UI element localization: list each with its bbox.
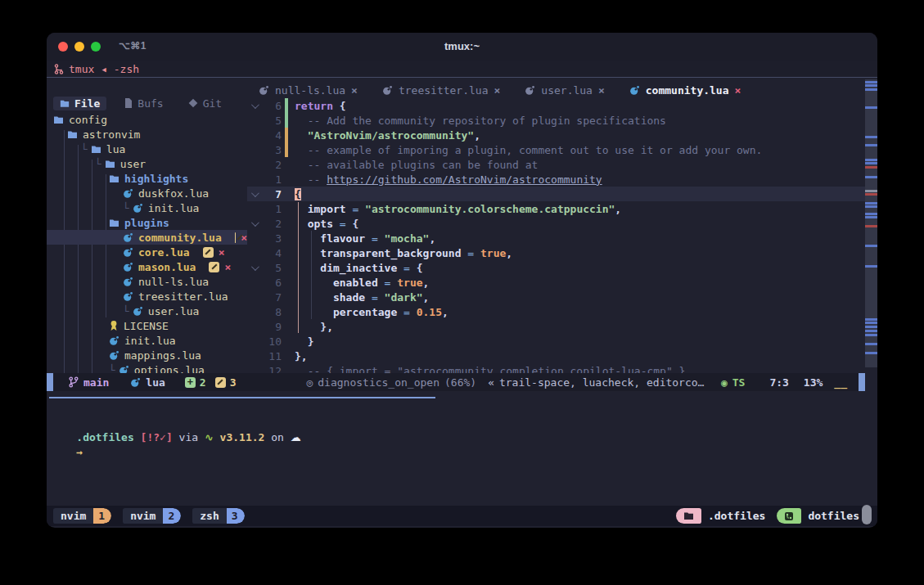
code-line[interactable]: 3 flavour = "mocha", — [247, 231, 865, 245]
code-text: shade = "dark", — [288, 291, 429, 304]
line-number: 8 — [260, 306, 282, 318]
tree-item-label: core.lua — [138, 246, 190, 259]
code-line[interactable]: 4 transparent_background = true, — [247, 245, 865, 260]
code-line[interactable]: 1 -- https://github.com/AstroNvim/astroc… — [247, 172, 865, 187]
tree-item-label: mason.lua — [138, 261, 196, 273]
close-buffer-icon[interactable]: × — [735, 84, 741, 97]
session-path: .dotfiles — [708, 510, 765, 522]
terminal-tab-bar[interactable]: tmux ◂ -zsh — [47, 61, 877, 78]
buffer-tab-community.lua[interactable]: community.lua× — [629, 84, 741, 97]
tree-item-mason.lua[interactable]: mason.lua× — [47, 259, 247, 274]
close-buffer-icon[interactable]: × — [351, 84, 358, 97]
folder-icon — [676, 508, 701, 524]
formatter-icon: « — [488, 376, 494, 389]
code-line[interactable]: 7{ — [247, 187, 865, 201]
fold-chevron-icon[interactable] — [250, 101, 259, 109]
tree-item-config[interactable]: config — [47, 112, 247, 127]
formatters-list: trail-space, luacheck, editorco… — [499, 376, 704, 389]
close-buffer-icon[interactable]: × — [494, 84, 501, 97]
cloud-icon: ☁ — [291, 431, 301, 443]
fold-chevron-icon[interactable] — [250, 263, 259, 271]
tree-item-community.lua[interactable]: community.lua× — [47, 230, 247, 245]
tmux-window-nvim-1[interactable]: nvim1 — [53, 508, 111, 524]
folder-icon — [67, 130, 78, 139]
tab-bufs[interactable]: Bufs — [118, 97, 169, 110]
code-text: { — [288, 188, 301, 200]
code-line[interactable]: 11}, — [247, 349, 865, 363]
diagnostic-close-icon[interactable]: × — [219, 246, 225, 259]
buffer-tab-null-ls.lua[interactable]: null-ls.lua× — [259, 84, 358, 97]
treesitter-label: TS — [732, 376, 746, 389]
scrollbar-mark — [865, 343, 877, 345]
file-explorer: File Bufs Git configastronvim└lua└userhi… — [47, 95, 247, 380]
tmux-pane-border[interactable] — [49, 397, 435, 398]
tree-item-user[interactable]: └user — [47, 156, 247, 171]
fold-column[interactable] — [247, 103, 260, 109]
git-added-icon: + — [185, 377, 196, 388]
tab-git[interactable]: Git — [182, 97, 228, 110]
tree-item-mappings.lua[interactable]: mappings.lua — [47, 348, 247, 362]
lsp-progress: (66%) — [444, 376, 476, 389]
tree-item-init.lua[interactable]: init.lua — [47, 333, 247, 348]
tab-file[interactable]: File — [53, 97, 106, 110]
tree-item-null-ls.lua[interactable]: null-ls.lua — [47, 274, 247, 289]
tree-item-label: highlights — [124, 173, 188, 185]
code-text: -- available plugins can be found at — [288, 159, 538, 171]
tree-item-label: mappings.lua — [124, 349, 201, 362]
line-number: 3 — [260, 232, 282, 245]
tree-item-init.lua[interactable]: └init.lua — [47, 200, 247, 215]
fold-chevron-icon[interactable] — [250, 189, 259, 197]
lua-file-icon — [123, 277, 133, 287]
diagnostic-close-icon[interactable]: × — [224, 261, 231, 273]
tree-item-label: community.lua — [138, 232, 222, 244]
code-line[interactable]: 2 opts = { — [247, 216, 865, 231]
tree-item-LICENSE[interactable]: LICENSE — [47, 318, 247, 333]
diagnostic-close-icon[interactable]: × — [241, 232, 247, 244]
line-number: 4 — [260, 247, 282, 259]
code-line[interactable]: 9 }, — [247, 319, 865, 334]
git-added-count: 2 — [200, 376, 206, 389]
tmux-window-index: 3 — [227, 508, 245, 524]
tree-item-duskfox.lua[interactable]: duskfox.lua — [47, 186, 247, 200]
terminal-scrollbar-thumb[interactable] — [862, 505, 872, 524]
shell-input-line[interactable]: → — [51, 434, 83, 470]
fold-column[interactable] — [247, 221, 260, 227]
terminal-tab-label: tmux ◂ -zsh — [69, 63, 139, 75]
code-line[interactable]: 7 shade = "dark", — [247, 290, 865, 304]
fold-column[interactable] — [247, 265, 260, 271]
titlebar[interactable]: ⌥⌘1 tmux:~ — [47, 33, 877, 61]
fold-chevron-icon[interactable] — [250, 218, 259, 227]
tmux-window-zsh-3[interactable]: zsh3 — [192, 508, 244, 524]
tree-item-user.lua[interactable]: └user.lua — [47, 304, 247, 318]
tree-item-core.lua[interactable]: core.lua× — [47, 245, 247, 259]
diagnostics-scrollbar[interactable] — [865, 79, 877, 367]
code-area[interactable]: 6return {5 -- Add the community reposito… — [247, 98, 865, 378]
code-line[interactable]: 6return { — [247, 98, 865, 113]
tmux-window-nvim-2[interactable]: nvim2 — [123, 508, 181, 524]
terminal-window: ⌥⌘1 tmux:~ tmux ◂ -zsh null-ls.lua×trees… — [47, 33, 877, 528]
code-line[interactable]: 1 import = "astrocommunity.colorscheme.c… — [247, 201, 865, 216]
code-text: } — [288, 335, 313, 348]
code-line[interactable]: 5 -- Add the community repository of plu… — [247, 113, 865, 128]
scrollbar-mark — [865, 88, 877, 91]
buffer-tab-user.lua[interactable]: user.lua× — [525, 84, 604, 97]
code-line[interactable]: 8 percentage = 0.15, — [247, 304, 865, 319]
fold-column[interactable] — [247, 191, 260, 197]
code-line[interactable]: 6 enabled = true, — [247, 275, 865, 290]
buffer-tab-treesitter.lua[interactable]: treesitter.lua× — [382, 84, 500, 97]
code-line[interactable]: 4 "AstroNvim/astrocommunity", — [247, 128, 865, 142]
tree-item-lua[interactable]: └lua — [47, 142, 247, 156]
python-icon: ∿ — [205, 431, 214, 443]
tree-item-astronvim[interactable]: astronvim — [47, 127, 247, 142]
tree-item-treesitter.lua[interactable]: treesitter.lua — [47, 289, 247, 304]
code-line[interactable]: 5 dim_inactive = { — [247, 260, 865, 275]
tree-item-highlights[interactable]: highlights — [47, 171, 247, 186]
git-repo-icon — [777, 508, 801, 524]
line-number: 4 — [260, 129, 282, 142]
code-line[interactable]: 3 -- example of imporing a plugin, comme… — [247, 142, 865, 157]
code-line[interactable]: 2 -- available plugins can be found at — [247, 157, 865, 172]
close-buffer-icon[interactable]: × — [598, 84, 605, 97]
tree-item-plugins[interactable]: plugins — [47, 215, 247, 230]
code-line[interactable]: 10 } — [247, 334, 865, 349]
explorer-source-tabs: File Bufs Git — [53, 95, 244, 111]
